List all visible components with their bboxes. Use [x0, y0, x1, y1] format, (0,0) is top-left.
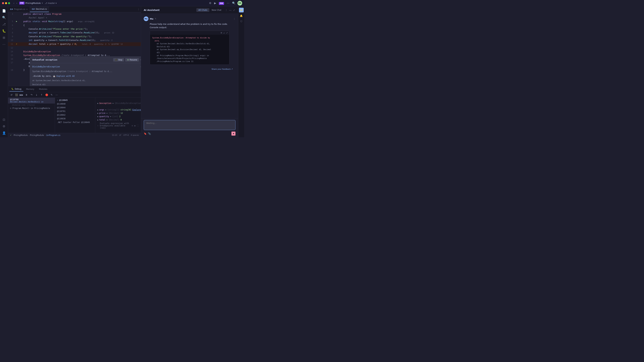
resume-button[interactable]: ⏸ Resume: [125, 58, 139, 61]
debug-content: @110788 Decimal.DecCalc.VarDecDiv() in […: [8, 98, 141, 133]
close-button[interactable]: [2, 2, 4, 4]
ai-tab-new-chat[interactable]: New Chat: [210, 8, 224, 12]
files-icon[interactable]: 📄: [1, 8, 7, 14]
expand-icon[interactable]: +: [140, 58, 141, 62]
project-badge: PM: [19, 2, 24, 4]
attach-icon[interactable]: 📎: [148, 132, 151, 135]
status-ok-icon: ✓: [10, 134, 12, 136]
ai-expand-button[interactable]: ⤢: [233, 8, 236, 12]
edit-message-icon[interactable]: ✎: [155, 17, 156, 20]
debug-stop-icon[interactable]: ⬛: [14, 93, 18, 97]
var-name-quantity: quantity: [99, 115, 109, 118]
activity-bar: 📄 🔍 ⎇ 🐛 ⊞ ⋯ ⊡ ⚙ 👤: [0, 6, 8, 137]
bottom-panel: 🐛 Debug Memory Modules ↺ ⬛ ▶▶ ⏸ ↷ ↓ ↑ 🔴: [8, 86, 141, 133]
code-line-3: 3 public abstract class Program: [8, 12, 141, 16]
stack-item-5[interactable]: @110838: [55, 117, 95, 120]
code-copy-icon[interactable]: ⊞: [221, 31, 222, 34]
git-icon[interactable]: ⎇: [1, 21, 7, 27]
user-avatar[interactable]: RA: [238, 1, 242, 5]
eval-copy-icon[interactable]: ⊞: [132, 124, 133, 127]
message-menu-icon[interactable]: ⋮: [233, 17, 236, 20]
frame-item-main[interactable]: ⊡ Program.Main() in PricingModule: [8, 106, 55, 110]
bookmark-icon[interactable]: 🔖: [144, 132, 146, 135]
debug-resume-icon[interactable]: ▶▶: [20, 93, 24, 97]
debug-activity-icon[interactable]: 🐛: [1, 28, 7, 34]
more-icon[interactable]: ⋯: [226, 1, 230, 5]
eval-text[interactable]: Evaluate expression with breakpoints ava…: [100, 122, 130, 129]
explain-with-ai[interactable]: Explain with AI: [56, 74, 75, 78]
status-right: 11:13 LF UTF-8 4 spaces: [112, 134, 139, 136]
run-icon[interactable]: ▶: [214, 1, 217, 5]
ai-panel: AI Assistant All Chats New Chat ⋮ — ⤢ Me…: [141, 6, 238, 137]
frame-item-active[interactable]: @110788 Decimal.DecCalc.VarDecDiv() in: [8, 98, 55, 104]
shield-icon[interactable]: 🛡: [239, 19, 244, 24]
indent-info: 4 spaces: [131, 134, 139, 136]
stack-item-net[interactable]: .NET Counter Poller @110849: [55, 120, 95, 124]
feedback-bar[interactable]: Share your feedback ↗: [144, 67, 236, 71]
debug-step-into-icon[interactable]: ↓: [34, 93, 38, 97]
ai-input-field[interactable]: [144, 120, 236, 130]
breadcrumb-project[interactable]: PricingModule: [14, 134, 28, 136]
back-button[interactable]: ‹: [13, 1, 15, 5]
project-name: PricingModule: [26, 2, 41, 4]
breadcrumb-file[interactable]: C#Program.cs: [46, 134, 60, 136]
modules-tab[interactable]: Modules: [37, 87, 49, 91]
search-icon[interactable]: 🔍: [232, 1, 236, 5]
debug-step-over-icon[interactable]: ↷: [30, 93, 34, 97]
code-block-toolbar: ⊞ ↵ ⤢: [150, 31, 229, 35]
account-icon[interactable]: 👤: [1, 130, 7, 136]
stack-item-0[interactable]: › @110845: [55, 98, 95, 102]
extensions-icon[interactable]: ⊞: [1, 34, 7, 40]
var-name-total: total: [99, 119, 105, 121]
maximize-button[interactable]: [8, 2, 10, 4]
search-activity-icon[interactable]: 🔍: [1, 14, 7, 20]
ai-minimize-button[interactable]: —: [229, 8, 232, 12]
code-editor[interactable]: 3 public abstract class Program Rachel A…: [8, 12, 141, 86]
tab-decimal-cs[interactable]: C# Decimal.cs: [30, 6, 49, 12]
code-expand-icon[interactable]: ⤢: [226, 31, 228, 34]
var-args: ● args = {string[]} string[0] Explore: [95, 108, 141, 111]
more-activity-icon[interactable]: ⋯: [1, 41, 7, 47]
send-button[interactable]: ■: [232, 132, 236, 136]
minimize-button[interactable]: [5, 2, 7, 4]
explore-args-link[interactable]: Explore: [132, 109, 141, 111]
memory-tab[interactable]: Memory: [24, 87, 36, 91]
debug-more-icon[interactable]: ⋯: [55, 93, 59, 97]
debug-restart-icon[interactable]: ↺: [10, 93, 14, 97]
project-info: PM PricingModule ▾: [19, 2, 43, 4]
debug-edit-icon[interactable]: ✎: [50, 93, 54, 97]
eval-run-icon[interactable]: ●: [134, 124, 136, 127]
branch-info[interactable]: ⎇ master ▾: [45, 2, 56, 4]
debug-run-to-icon[interactable]: 🔴: [44, 93, 49, 97]
debug-step-out-icon[interactable]: ↑: [40, 93, 44, 97]
settings-activity-icon[interactable]: ⚙: [1, 123, 7, 129]
terminal-icon[interactable]: ⊡: [1, 116, 7, 122]
title-bar: ‹ › PM PricingModule ▾ ⎇ master ▾ ⚙ ▶ PM…: [0, 0, 244, 6]
ai-tab-all-chats[interactable]: All Chats: [196, 8, 209, 12]
notifications-icon[interactable]: 🔔: [239, 13, 244, 18]
var-icon-quantity: ●: [97, 116, 98, 117]
breadcrumb-module[interactable]: PricingModule: [30, 134, 44, 136]
stack-item-4[interactable]: @110842: [55, 113, 95, 117]
debug-tab[interactable]: 🐛 Debug: [10, 87, 23, 91]
stack-item-3[interactable]: @110791: [55, 109, 95, 113]
forward-button[interactable]: ›: [16, 1, 18, 5]
stop-button[interactable]: ⬛ Stop: [113, 58, 124, 61]
tab-close-icon[interactable]: ✕: [26, 8, 28, 10]
exception-arrow[interactable]: ›: [140, 65, 141, 68]
exception-explain: .divide by zero. 🤖 Explain with AI: [32, 74, 141, 78]
code-wrap-icon[interactable]: ↵: [224, 31, 225, 34]
settings-icon[interactable]: ⚙: [208, 1, 212, 5]
tab-program-cs[interactable]: C# Program.cs ✕: [8, 6, 30, 12]
var-icon: ●: [97, 102, 98, 104]
stack-item-1[interactable]: @110840: [55, 102, 95, 106]
ai-right-icon[interactable]: ✨: [239, 8, 244, 12]
tab-label: Program.cs: [14, 8, 25, 10]
stack-item-2[interactable]: @110844: [55, 106, 95, 109]
title-bar-right: ⚙ ▶ PM ⋯ 🔍 RA: [208, 1, 242, 5]
tab-menu-button[interactable]: ⋮: [136, 6, 141, 12]
editor-area: C# Program.cs ✕ C# Decimal.cs ⋮ 3 public…: [8, 6, 141, 137]
debug-pause-icon[interactable]: ⏸: [24, 93, 28, 97]
eval-expand-icon[interactable]: ⛶: [137, 124, 139, 127]
ai-more-button[interactable]: ⋮: [225, 8, 228, 12]
